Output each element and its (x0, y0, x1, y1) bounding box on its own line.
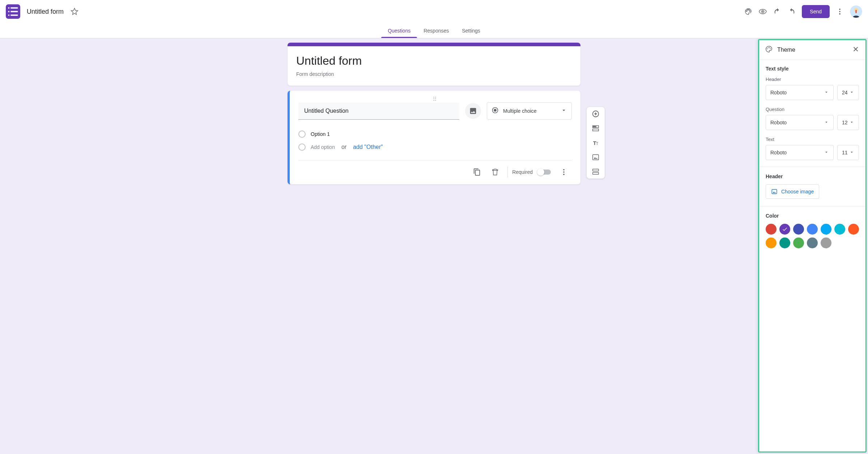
main-tabs: Questions Responses Settings (0, 23, 868, 38)
color-swatch[interactable] (807, 237, 818, 248)
text-style-heading: Text style (766, 66, 859, 72)
palette-icon[interactable] (741, 4, 756, 19)
workspace: Untitled form Form description ⠿ Multipl… (0, 38, 868, 454)
color-swatch[interactable] (793, 237, 804, 248)
svg-point-18 (768, 47, 769, 48)
header-font-label: Header (766, 77, 859, 82)
svg-point-2 (839, 11, 841, 12)
theme-panel: Theme Text style Header Roboto 24 Questi… (758, 39, 867, 453)
document-title[interactable]: Untitled form (25, 7, 66, 17)
color-swatch[interactable] (779, 224, 790, 235)
close-icon[interactable] (852, 45, 860, 55)
redo-icon[interactable] (784, 4, 799, 19)
header-image-heading: Header (766, 174, 859, 179)
text-size-select[interactable]: 11 (837, 145, 859, 160)
svg-rect-15 (593, 169, 599, 171)
question-type-label: Multiple choice (503, 108, 556, 114)
svg-point-20 (770, 48, 771, 49)
option-label[interactable]: Option 1 (311, 131, 330, 137)
svg-point-1 (839, 9, 841, 10)
svg-point-17 (767, 48, 767, 49)
svg-point-10 (563, 174, 565, 175)
color-swatch[interactable] (848, 224, 859, 235)
header-size-select[interactable]: 24 (837, 85, 859, 100)
form-title-card[interactable]: Untitled form Form description (288, 43, 580, 86)
header-font-select[interactable]: Roboto (766, 85, 834, 100)
option-row[interactable]: Option 1 (298, 128, 572, 141)
add-image-icon[interactable] (465, 103, 481, 119)
required-toggle[interactable] (538, 170, 551, 175)
text-font-label: Text (766, 137, 859, 142)
svg-text:T: T (596, 142, 598, 146)
add-question-icon[interactable] (587, 110, 605, 118)
question-input[interactable] (298, 103, 459, 120)
import-questions-icon[interactable] (587, 124, 605, 132)
color-swatch[interactable] (821, 224, 831, 235)
form-description[interactable]: Form description (296, 71, 572, 77)
color-swatch[interactable] (807, 224, 818, 235)
color-swatch[interactable] (793, 224, 804, 235)
tab-responses[interactable]: Responses (417, 23, 455, 38)
question-card[interactable]: ⠿ Multiple choice Option 1 (288, 91, 580, 184)
undo-icon[interactable] (770, 4, 784, 19)
more-icon[interactable] (833, 4, 847, 19)
color-swatch[interactable] (766, 237, 776, 248)
svg-point-19 (769, 47, 770, 48)
svg-point-3 (839, 13, 841, 15)
divider (507, 167, 508, 177)
question-font-select[interactable]: Roboto (766, 115, 834, 130)
color-swatch[interactable] (766, 224, 776, 235)
color-swatches (766, 224, 859, 248)
add-option-row[interactable]: Add option or add "Other" (298, 141, 572, 154)
forms-logo[interactable] (6, 4, 20, 19)
drag-handle-icon[interactable]: ⠿ (298, 96, 572, 102)
svg-rect-16 (593, 172, 599, 175)
svg-point-7 (494, 109, 497, 112)
question-type-select[interactable]: Multiple choice (487, 102, 572, 120)
tab-settings[interactable]: Settings (455, 23, 487, 38)
theme-panel-title: Theme (777, 47, 847, 53)
account-avatar[interactable] (850, 5, 862, 18)
add-image-toolbar-icon[interactable] (587, 153, 605, 161)
color-swatch[interactable] (821, 237, 831, 248)
color-swatch[interactable] (834, 224, 845, 235)
svg-rect-21 (772, 189, 777, 194)
tab-questions[interactable]: Questions (381, 23, 417, 38)
color-heading: Color (766, 213, 859, 219)
add-section-icon[interactable] (587, 168, 605, 176)
option-radio-icon (298, 130, 306, 138)
palette-icon (765, 45, 773, 55)
send-button[interactable]: Send (802, 5, 830, 18)
app-header: Untitled form Send (0, 0, 868, 23)
text-font-select[interactable]: Roboto (766, 145, 834, 160)
preview-icon[interactable] (756, 4, 770, 19)
add-other-link[interactable]: add "Other" (353, 144, 383, 150)
color-swatch[interactable] (779, 237, 790, 248)
form-title[interactable]: Untitled form (296, 54, 572, 68)
radio-icon (492, 107, 499, 115)
duplicate-icon[interactable] (469, 164, 485, 180)
question-more-icon[interactable] (556, 164, 572, 180)
add-title-icon[interactable]: TT (587, 139, 605, 147)
choose-image-button[interactable]: Choose image (766, 184, 819, 199)
svg-point-8 (563, 169, 565, 171)
floating-toolbar: TT (587, 107, 605, 179)
delete-icon[interactable] (487, 164, 503, 180)
svg-point-9 (563, 171, 565, 173)
add-option-label[interactable]: Add option (311, 144, 335, 150)
or-text: or (341, 144, 346, 150)
question-size-select[interactable]: 12 (837, 115, 859, 130)
question-font-label: Question (766, 107, 859, 112)
star-icon[interactable] (69, 6, 80, 17)
svg-rect-14 (593, 155, 599, 160)
chevron-down-icon (561, 107, 567, 115)
option-radio-icon (298, 144, 306, 151)
required-label: Required (512, 169, 533, 175)
svg-point-0 (762, 11, 763, 12)
